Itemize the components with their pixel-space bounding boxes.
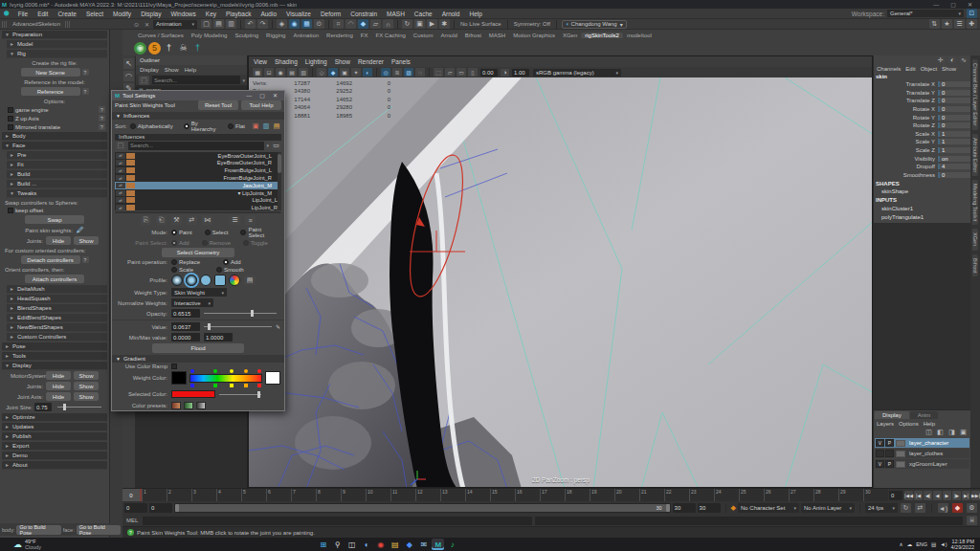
- influence-row-LipJoint_L[interactable]: ⇄LipJoint_L: [115, 197, 281, 205]
- select-geometry-button[interactable]: Select Geometry: [162, 248, 234, 257]
- paste-weights-icon[interactable]: ⎗: [156, 215, 167, 225]
- accordion-preparation[interactable]: ▼Preparation: [2, 31, 107, 39]
- influence-pin-icon[interactable]: ▭: [272, 142, 280, 150]
- shelf-tab-rigging[interactable]: Rigging: [262, 33, 289, 38]
- shaded-icon[interactable]: ◆: [328, 68, 338, 77]
- accordion-publish[interactable]: ►Publish: [2, 432, 107, 441]
- input-node-skincluster1[interactable]: skinCluster1: [874, 205, 970, 213]
- animation-end-field[interactable]: 30: [698, 503, 721, 513]
- timeline-frame-9[interactable]: 9: [341, 489, 366, 501]
- tray-clock[interactable]: 12:18 PM 4/29/2022: [951, 539, 974, 550]
- weight-color-high-swatch[interactable]: [265, 371, 280, 385]
- resolution-gate-icon[interactable]: ▭: [457, 68, 466, 77]
- tray-cloud-icon[interactable]: ☁: [907, 541, 913, 547]
- mirrored-translate-checkbox[interactable]: [8, 124, 13, 130]
- go-to-end-button[interactable]: ▶▶|: [971, 491, 980, 500]
- attribute-value-field[interactable]: 4: [938, 164, 970, 169]
- move-layer-down-icon[interactable]: ▣: [959, 429, 968, 436]
- layer-menu-options[interactable]: Options: [899, 421, 919, 427]
- reference-button[interactable]: Reference: [21, 87, 80, 96]
- favorites-icon[interactable]: ★: [942, 19, 952, 29]
- screen-space-ao-icon[interactable]: ◎: [381, 68, 390, 77]
- help-question-icon[interactable]: ?: [82, 256, 89, 263]
- joints-hide-button[interactable]: Hide: [46, 382, 71, 390]
- sort-icon[interactable]: ⇅: [929, 19, 940, 29]
- influence-row-EyeBrowOuterJoint_L[interactable]: ⇄EyeBrowOuterJoint_L: [115, 152, 281, 160]
- menu-mash[interactable]: MASH: [382, 11, 410, 17]
- input-node-polytriangulate1[interactable]: polyTriangulate1: [874, 212, 970, 221]
- accordion-deltamush[interactable]: ►DeltaMush: [7, 285, 107, 294]
- accordion-headsquash[interactable]: ►HeadSquash: [7, 295, 107, 303]
- menu-display[interactable]: Display: [136, 11, 166, 17]
- influences-section-header[interactable]: ▼Influences: [112, 112, 284, 120]
- paint-operation-scale[interactable]: Scale: [171, 267, 193, 273]
- sidebar-tab-xgen[interactable]: XGen: [972, 229, 978, 250]
- step-back-key-button[interactable]: ◀|: [924, 491, 932, 500]
- shelf-tab-bifrost[interactable]: Bifrost: [461, 33, 485, 38]
- help-question-icon[interactable]: ?: [99, 123, 105, 130]
- paint-select-option-remove[interactable]: Remove: [202, 240, 231, 246]
- bookmarks-icon[interactable]: ▤: [287, 68, 297, 77]
- hammer-weights-icon[interactable]: ⚒: [171, 215, 182, 225]
- paint-operation-add[interactable]: Add: [223, 259, 241, 265]
- attribute-value-field[interactable]: 0: [938, 172, 970, 178]
- help-question-icon[interactable]: ?: [99, 106, 105, 113]
- timeline-frame-6[interactable]: 6: [266, 489, 291, 501]
- paint-select-option-add[interactable]: Add: [171, 240, 189, 246]
- tool-settings-maximize-button[interactable]: ▢: [256, 92, 269, 99]
- layer-editor-tab-display[interactable]: Display: [875, 411, 909, 419]
- value-marker-icon[interactable]: ✎: [276, 323, 280, 330]
- window-maximize-button[interactable]: ▢: [945, 1, 962, 8]
- channelbox-menu-channels[interactable]: Channels: [877, 66, 901, 72]
- accordion-export[interactable]: ►Export: [2, 442, 107, 451]
- playback-start-field[interactable]: 0: [149, 503, 172, 513]
- channelbox-menu-edit[interactable]: Edit: [905, 66, 915, 72]
- image-plane-icon[interactable]: ▥: [299, 68, 308, 77]
- select-object-icon[interactable]: ◉: [289, 19, 300, 29]
- opacity-slider[interactable]: [204, 313, 277, 314]
- loop-playback-icon[interactable]: ↻: [901, 503, 911, 513]
- channel-box-node-name[interactable]: skin: [874, 73, 970, 80]
- mute-audio-icon[interactable]: ◄): [938, 503, 948, 513]
- tree-mode-icon[interactable]: ≡: [245, 215, 256, 225]
- attribute-value-field[interactable]: 0: [938, 115, 970, 121]
- viewport-menu-renderer[interactable]: Renderer: [358, 58, 384, 65]
- influences-scrollbar[interactable]: [278, 152, 281, 210]
- layer-color-swatch[interactable]: [896, 440, 905, 447]
- influence-sort-icon[interactable]: ▥: [262, 122, 270, 129]
- workspace-dropdown[interactable]: General*▾: [887, 10, 964, 17]
- selected-color-swatch[interactable]: [171, 390, 215, 398]
- influence-toggle-icon[interactable]: ⇄: [116, 190, 125, 196]
- accordion-body[interactable]: ►Body: [2, 132, 107, 141]
- highlight-selection-icon[interactable]: ⊙: [314, 19, 324, 29]
- layer-row-layer_clothes[interactable]: layer_clothes: [875, 449, 969, 458]
- color-preset-3[interactable]: [196, 402, 206, 409]
- time-slider[interactable]: 0 12345678910111213141516171819202122232…: [122, 488, 980, 501]
- timeline-frame-24[interactable]: 24: [714, 489, 739, 501]
- panel-grip[interactable]: [65, 21, 71, 28]
- layer-visibility-toggle[interactable]: V: [876, 439, 884, 447]
- attribute-value-field[interactable]: 1: [938, 139, 970, 144]
- user-account-chip[interactable]: ◖ Changdong Wang ▾: [562, 20, 627, 29]
- window-minimize-button[interactable]: —: [927, 2, 945, 8]
- shadows-icon[interactable]: ◐: [363, 68, 372, 77]
- anim-layer-dropdown[interactable]: No Anim Layer▾: [801, 503, 855, 513]
- select-component-icon[interactable]: ▦: [301, 19, 312, 29]
- step-back-frame-button[interactable]: |◀: [914, 491, 923, 500]
- list-mode-icon[interactable]: ☰: [230, 215, 240, 225]
- brush-profile-solid[interactable]: [200, 275, 212, 286]
- game-engine-checkbox[interactable]: [8, 107, 13, 113]
- menu-playback[interactable]: Playback: [221, 11, 256, 17]
- layer-row-xgGroomLayer[interactable]: VPxgGroomLayer: [875, 459, 969, 469]
- detach-controllers-button[interactable]: Detach controllers: [21, 255, 80, 264]
- sidebar-tab-modeling-toolkit[interactable]: Modeling Toolkit: [972, 180, 978, 225]
- tool-settings-minimize-button[interactable]: —: [242, 93, 256, 99]
- influence-toggle-icon[interactable]: ⇄: [116, 183, 125, 188]
- help-question-icon[interactable]: ?: [99, 115, 105, 121]
- timeline-frame-8[interactable]: 8: [316, 489, 341, 501]
- depth-of-field-icon[interactable]: ◌: [415, 68, 425, 77]
- accordion-build[interactable]: ►Build: [7, 170, 107, 179]
- layer-color-swatch[interactable]: [896, 451, 905, 457]
- accordion-face[interactable]: ▼Face: [2, 142, 107, 150]
- undo-icon[interactable]: ↶: [245, 19, 256, 29]
